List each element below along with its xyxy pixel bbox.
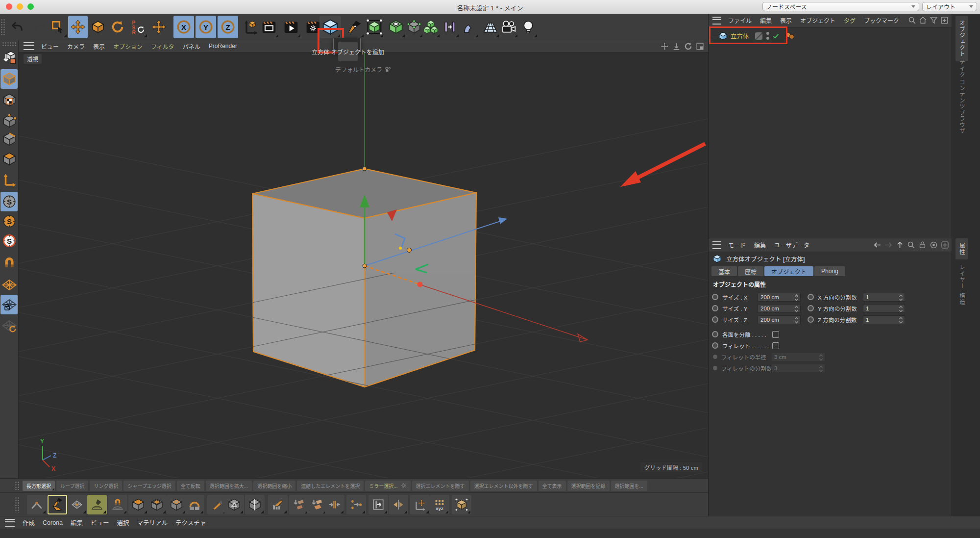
keyframe-dot-icon[interactable] xyxy=(712,316,718,323)
search-icon[interactable] xyxy=(908,16,916,25)
stepper-icon[interactable] xyxy=(794,305,799,313)
magnet-tool[interactable] xyxy=(108,495,127,514)
perspective-viewport[interactable]: Y Z X 透視 グリッド間隔 : 50 cm xyxy=(19,52,708,478)
pan-view-icon[interactable] xyxy=(661,42,669,51)
viewport-menu-display[interactable]: 表示 xyxy=(93,42,105,51)
keyframe-dot-icon[interactable] xyxy=(712,342,718,349)
record-selection-button[interactable]: 選択範囲を記録 xyxy=(567,481,610,491)
viewport-menu-options[interactable]: オプション xyxy=(113,42,143,51)
tab-structure[interactable]: 構造 xyxy=(956,288,968,309)
segments-x-input[interactable]: 1 xyxy=(863,293,905,302)
object-manager-menu-icon[interactable] xyxy=(712,17,721,25)
camera-button[interactable] xyxy=(499,16,518,38)
spline-arc-tool[interactable] xyxy=(27,495,47,514)
enable-snap-button[interactable]: S xyxy=(0,192,18,211)
reverse-normals-tool[interactable] xyxy=(307,495,327,514)
object-tag-icon[interactable] xyxy=(784,32,795,40)
back-arrow-icon[interactable] xyxy=(873,241,882,249)
home-icon[interactable] xyxy=(919,16,927,25)
render-view-button[interactable] xyxy=(259,16,279,38)
toggle-view-icon[interactable] xyxy=(696,42,704,51)
rectangle-selection-button[interactable]: 長方形選択 xyxy=(23,481,55,491)
search-icon[interactable] xyxy=(907,241,915,249)
render-button[interactable] xyxy=(281,16,301,38)
om-menu-tag[interactable]: タグ xyxy=(844,16,856,25)
bottom-menu-select[interactable]: 選択 xyxy=(117,518,129,527)
bridge-tool[interactable] xyxy=(185,495,204,514)
set-point-value-tool[interactable] xyxy=(368,495,388,514)
polygon-reduce-tool[interactable] xyxy=(224,495,244,514)
undo-button[interactable] xyxy=(6,16,28,38)
hide-selected-button[interactable]: 選択エレメントを隠す xyxy=(412,481,469,491)
object-name[interactable]: 立方体 xyxy=(731,31,749,41)
om-menu-display[interactable]: 表示 xyxy=(780,16,792,25)
polygon-pen-tool[interactable] xyxy=(48,495,67,514)
am-menu-edit[interactable]: 編集 xyxy=(754,241,766,249)
visibility-dots-icon[interactable] xyxy=(766,32,769,40)
optimize-tool[interactable] xyxy=(268,495,288,514)
bottom-menu-texture[interactable]: テクスチャ xyxy=(175,518,206,527)
keyframe-dot-icon[interactable] xyxy=(808,305,814,311)
select-connected-button[interactable]: 連結したエレメントを選択 xyxy=(297,481,364,491)
floor-button[interactable] xyxy=(481,16,500,38)
tab-basic[interactable]: 基本 xyxy=(711,266,737,276)
points-mode-button[interactable] xyxy=(0,111,18,131)
om-menu-object[interactable]: オブジェクト xyxy=(800,16,835,25)
keyframe-dot-icon[interactable] xyxy=(808,294,814,300)
bottom-menu-material[interactable]: マテリアル xyxy=(137,518,168,527)
viewport-menu-panel[interactable]: パネル xyxy=(183,42,200,51)
rotate-view-icon[interactable] xyxy=(684,42,692,51)
subdivide-tool[interactable] xyxy=(67,495,87,514)
hide-unselected-button[interactable]: 選択エレメント以外を隠す xyxy=(470,481,537,491)
xyz-coords-tool[interactable]: xyz xyxy=(430,495,449,514)
sharp-edge-selection-button[interactable]: シャープエッジ選択 xyxy=(123,481,175,491)
size-z-input[interactable]: 200 cm xyxy=(758,315,801,324)
viewport-menu-filter[interactable]: フィルタ xyxy=(151,42,174,51)
viewport-menu-view[interactable]: ビュー xyxy=(41,42,59,51)
generator-button[interactable] xyxy=(386,16,406,38)
workplane-button[interactable] xyxy=(0,275,18,295)
segments-y-input[interactable]: 1 xyxy=(863,304,905,313)
snap-3d-button[interactable]: S xyxy=(0,211,18,231)
light-button[interactable] xyxy=(518,16,538,38)
grow-selection-button[interactable]: 選択範囲を拡大... xyxy=(206,481,252,491)
am-menu-userdata[interactable]: ユーザデータ xyxy=(774,241,809,249)
lock-workplane-button[interactable] xyxy=(0,295,18,314)
layout-select[interactable]: レイアウト xyxy=(922,2,977,11)
add-cube-button[interactable] xyxy=(319,16,341,38)
viewport-menu-prorender[interactable]: ProRender xyxy=(209,43,237,50)
polygons-mode-button[interactable] xyxy=(0,149,18,169)
move-tool[interactable] xyxy=(68,16,88,38)
attribute-menu-icon[interactable] xyxy=(712,241,721,249)
split-tool[interactable] xyxy=(245,495,265,514)
box-transform-tool[interactable] xyxy=(452,495,471,514)
keyframe-dot-icon[interactable] xyxy=(712,294,718,300)
knife-tool[interactable] xyxy=(207,495,227,514)
filter-icon[interactable] xyxy=(930,16,938,25)
tab-object[interactable]: オブジェクト xyxy=(764,266,813,276)
stepper-icon[interactable] xyxy=(899,305,903,313)
layer-toggle-icon[interactable] xyxy=(755,32,762,40)
om-menu-bookmark[interactable]: ブックマーク xyxy=(864,16,899,25)
target-icon[interactable] xyxy=(930,241,938,249)
spacing-tool[interactable] xyxy=(325,495,344,514)
stepper-icon[interactable] xyxy=(899,316,903,324)
selection-extra-button[interactable]: 選択範囲を... xyxy=(611,481,647,491)
live-selection-tool[interactable] xyxy=(48,16,68,38)
axis-transform-tool[interactable] xyxy=(410,495,430,514)
loop-selection-button[interactable]: ループ選択 xyxy=(56,481,88,491)
keyframe-dot-icon[interactable] xyxy=(712,305,718,311)
enabled-check-icon[interactable] xyxy=(772,32,780,40)
subdivision-surface-button[interactable] xyxy=(365,16,384,38)
lock-x-axis-button[interactable]: X xyxy=(173,16,194,38)
mirror-selection-button[interactable]: ミラー選択... xyxy=(365,481,410,491)
axis-mode-button[interactable] xyxy=(0,170,18,190)
node-space-select[interactable]: ノードスペース xyxy=(762,2,919,11)
stepper-icon[interactable] xyxy=(794,294,799,302)
forward-arrow-icon[interactable] xyxy=(884,241,893,249)
pen-spline-tool-button[interactable] xyxy=(345,16,365,38)
lock-icon[interactable] xyxy=(918,241,927,249)
align-workplane-button[interactable] xyxy=(0,316,18,335)
model-mode-button[interactable] xyxy=(0,69,18,89)
bottom-menu-view[interactable]: ビュー xyxy=(91,518,109,527)
